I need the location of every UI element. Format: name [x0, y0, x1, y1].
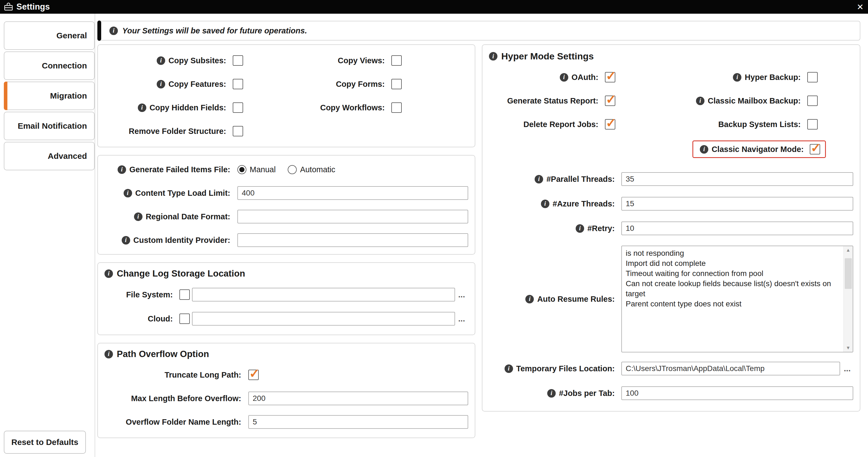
label-text: Truncate Long Path: [165, 370, 241, 379]
main-content: Your Settings will be saved for future o… [95, 14, 868, 457]
copy-subsites-label: Copy Subsites: [104, 56, 226, 65]
tab-label: General [56, 31, 87, 40]
retry-input[interactable] [621, 222, 853, 235]
info-icon [541, 200, 549, 208]
label-text: File System: [126, 290, 173, 299]
scrollbar[interactable] [843, 246, 853, 352]
hyper-mode-title: Hyper Mode Settings [489, 51, 853, 62]
backup-system-lists-checkbox[interactable] [807, 119, 818, 130]
remove-folder-structure-checkbox[interactable] [233, 126, 243, 136]
max-length-before-overflow-label: Max Length Before Overflow: [104, 394, 241, 403]
auto-resume-rules-textarea[interactable]: is not responding Import did not complet… [621, 246, 853, 352]
copy-options-row: Copy Subsites: Copy Views: [104, 49, 468, 72]
label-text: Custom Identity Provider: [133, 236, 230, 245]
label-text: #Jobs per Tab: [559, 389, 615, 398]
info-icon [157, 56, 165, 65]
copy-options-row: Copy Hidden Fields: Copy Workflows: [104, 96, 468, 119]
delete-report-jobs-checkbox[interactable] [605, 119, 615, 130]
file-system-label: File System: [104, 290, 173, 299]
scroll-thumb[interactable] [845, 258, 852, 289]
label-text: Classic Navigator Mode: [712, 145, 804, 154]
copy-features-checkbox[interactable] [233, 79, 243, 89]
scroll-up-icon[interactable] [846, 248, 850, 253]
azure-threads-input[interactable] [621, 197, 853, 210]
classic-mailbox-backup-label: Classic Mailbox Backup: [631, 96, 801, 106]
truncate-long-path-row: Truncate Long Path: [104, 363, 468, 387]
titlebar: Settings ✕ [0, 0, 868, 14]
content-type-load-limit-input[interactable] [237, 186, 468, 200]
copy-forms-checkbox[interactable] [391, 79, 402, 89]
temporary-files-location-input[interactable] [621, 362, 840, 375]
overflow-folder-name-length-row: Overflow Folder Name Length: [104, 410, 468, 434]
parallel-threads-label: #Parallel Threads: [489, 175, 615, 184]
label-text: Generate Failed Items File: [129, 165, 230, 174]
cloud-browse-button[interactable]: ... [455, 314, 468, 323]
sidebar-tab-email-notification[interactable]: Email Notification [4, 112, 95, 140]
info-icon [104, 269, 113, 278]
file-system-checkbox[interactable] [179, 289, 190, 300]
file-system-path-input[interactable] [192, 288, 455, 302]
scroll-down-icon[interactable] [846, 346, 850, 350]
close-icon[interactable]: ✕ [856, 2, 864, 12]
manual-radio[interactable] [237, 165, 246, 174]
reset-to-defaults-button[interactable]: Reset to Defaults [4, 431, 86, 454]
classic-navigator-mode-checkbox[interactable] [810, 144, 820, 154]
temporary-files-location-row: Temporary Files Location: ... [489, 356, 853, 381]
info-icon [122, 236, 130, 245]
label-text: Copy Features: [168, 80, 226, 89]
tab-label: Migration [50, 91, 87, 101]
label-text: Generate Status Report: [507, 96, 598, 106]
label-text: Cloud: [148, 314, 173, 323]
auto-resume-rules-label: Auto Resume Rules: [489, 295, 615, 304]
automatic-radio-option[interactable]: Automatic [288, 165, 335, 174]
radio-label: Manual [250, 165, 276, 174]
remove-folder-structure-label: Remove Folder Structure: [104, 127, 226, 136]
cloud-path-input[interactable] [192, 312, 455, 325]
sidebar-tab-connection[interactable]: Connection [4, 52, 95, 80]
hyper-backup-checkbox[interactable] [807, 72, 818, 82]
temporary-files-browse-button[interactable]: ... [841, 364, 853, 373]
file-system-browse-button[interactable]: ... [455, 290, 468, 299]
overflow-folder-name-length-input[interactable] [248, 415, 468, 429]
max-length-before-overflow-input[interactable] [248, 392, 468, 405]
sidebar-tab-general[interactable]: General [4, 21, 95, 50]
label-text: OAuth: [571, 73, 598, 82]
tab-label: Email Notification [18, 121, 87, 131]
label-text: Regional Date Format: [146, 212, 230, 221]
truncate-long-path-checkbox[interactable] [248, 370, 259, 380]
generate-status-report-label: Generate Status Report: [489, 96, 598, 106]
change-log-group: Change Log Storage Location File System:… [97, 262, 475, 335]
automatic-radio[interactable] [288, 165, 297, 174]
azure-threads-label: #Azure Threads: [489, 199, 615, 208]
classic-mailbox-backup-checkbox[interactable] [807, 95, 818, 106]
info-icon [157, 80, 165, 88]
retry-label: #Retry: [489, 224, 615, 233]
auto-resume-rules-text[interactable]: is not responding Import did not complet… [622, 246, 843, 352]
parallel-threads-input[interactable] [621, 172, 853, 186]
manual-radio-option[interactable]: Manual [237, 165, 276, 174]
label-text: Remove Folder Structure: [129, 127, 226, 136]
copy-forms-label: Copy Forms: [256, 80, 385, 89]
copy-options-row: Copy Features: Copy Forms: [104, 72, 468, 96]
regional-date-format-label: Regional Date Format: [104, 212, 230, 221]
copy-workflows-checkbox[interactable] [391, 103, 402, 113]
copy-options-row: Remove Folder Structure: [104, 119, 468, 143]
sidebar-tab-advanced[interactable]: Advanced [4, 142, 95, 170]
label-text: Classic Mailbox Backup: [708, 96, 801, 106]
copy-subsites-checkbox[interactable] [233, 55, 243, 66]
oauth-checkbox[interactable] [605, 72, 615, 82]
jobs-per-tab-input[interactable] [621, 387, 853, 400]
cloud-checkbox[interactable] [179, 314, 190, 324]
copy-views-checkbox[interactable] [391, 55, 402, 66]
sidebar-tab-migration[interactable]: Migration [4, 82, 95, 110]
path-overflow-title: Path Overflow Option [104, 349, 468, 359]
info-icon [696, 97, 705, 105]
custom-identity-provider-row: Custom Identity Provider: [104, 228, 468, 252]
regional-date-format-input[interactable] [237, 210, 468, 223]
generate-status-report-checkbox[interactable] [605, 95, 615, 106]
copy-hidden-fields-checkbox[interactable] [233, 103, 243, 113]
generate-failed-items-label: Generate Failed Items File: [104, 165, 230, 174]
info-icon [576, 224, 584, 233]
label-text: #Azure Threads: [553, 199, 615, 208]
custom-identity-provider-input[interactable] [237, 233, 468, 247]
